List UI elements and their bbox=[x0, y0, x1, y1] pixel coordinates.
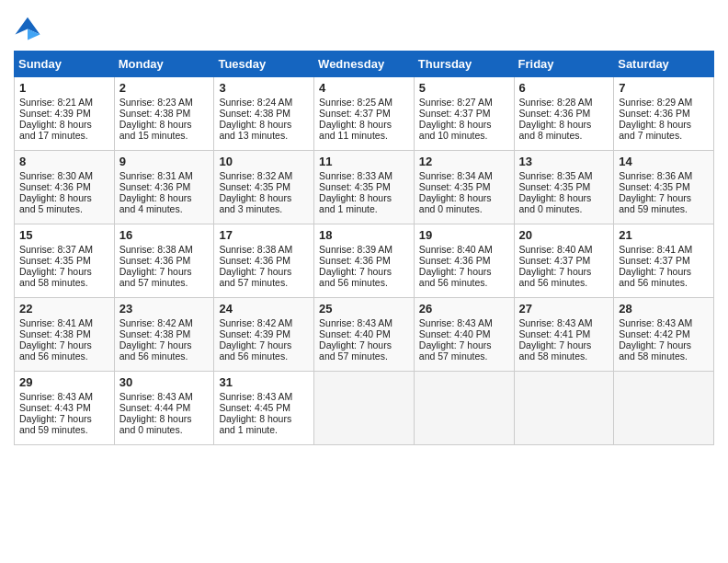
sunrise: Sunrise: 8:41 AM bbox=[619, 244, 692, 255]
sunset: Sunset: 4:39 PM bbox=[19, 108, 91, 119]
daylight: Daylight: 7 hours and 56 minutes. bbox=[19, 339, 92, 362]
daylight: Daylight: 7 hours and 57 minutes. bbox=[119, 266, 192, 288]
sunset: Sunset: 4:35 PM bbox=[519, 181, 591, 192]
sunset: Sunset: 4:40 PM bbox=[419, 328, 491, 339]
sunset: Sunset: 4:36 PM bbox=[419, 255, 491, 266]
weekday-header-row: SundayMondayTuesdayWednesdayThursdayFrid… bbox=[15, 52, 714, 77]
day-number: 15 bbox=[19, 228, 109, 242]
sunrise: Sunrise: 8:23 AM bbox=[119, 97, 193, 108]
sunset: Sunset: 4:44 PM bbox=[119, 402, 191, 413]
sunrise: Sunrise: 8:24 AM bbox=[219, 97, 292, 108]
calendar-cell: 5 Sunrise: 8:27 AM Sunset: 4:37 PM Dayli… bbox=[414, 77, 514, 151]
sunset: Sunset: 4:36 PM bbox=[319, 255, 391, 266]
calendar-week-row: 1 Sunrise: 8:21 AM Sunset: 4:39 PM Dayli… bbox=[15, 77, 714, 151]
daylight: Daylight: 7 hours and 57 minutes. bbox=[319, 339, 392, 362]
day-number: 19 bbox=[419, 228, 509, 242]
daylight: Daylight: 7 hours and 58 minutes. bbox=[619, 339, 691, 362]
sunrise: Sunrise: 8:43 AM bbox=[319, 317, 392, 328]
sunset: Sunset: 4:42 PM bbox=[619, 328, 690, 339]
sunset: Sunset: 4:38 PM bbox=[119, 108, 191, 119]
sunset: Sunset: 4:39 PM bbox=[219, 328, 290, 339]
sunrise: Sunrise: 8:32 AM bbox=[219, 170, 292, 181]
sunrise: Sunrise: 8:40 AM bbox=[519, 244, 593, 255]
daylight: Daylight: 8 hours and 13 minutes. bbox=[219, 119, 291, 141]
daylight: Daylight: 8 hours and 17 minutes. bbox=[19, 119, 92, 141]
sunset: Sunset: 4:35 PM bbox=[219, 181, 290, 192]
sunrise: Sunrise: 8:39 AM bbox=[319, 244, 392, 255]
daylight: Daylight: 7 hours and 57 minutes. bbox=[419, 339, 492, 362]
calendar-cell: 27 Sunrise: 8:43 AM Sunset: 4:41 PM Dayl… bbox=[514, 298, 614, 372]
daylight: Daylight: 8 hours and 1 minute. bbox=[219, 413, 291, 435]
daylight: Daylight: 7 hours and 56 minutes. bbox=[119, 339, 192, 362]
day-number: 22 bbox=[19, 302, 109, 316]
daylight: Daylight: 7 hours and 58 minutes. bbox=[19, 266, 92, 288]
calendar-cell: 11 Sunrise: 8:33 AM Sunset: 4:35 PM Dayl… bbox=[314, 151, 415, 224]
daylight: Daylight: 8 hours and 0 minutes. bbox=[519, 192, 592, 214]
sunset: Sunset: 4:38 PM bbox=[119, 328, 191, 339]
sunset: Sunset: 4:36 PM bbox=[119, 255, 191, 266]
day-number: 30 bbox=[119, 375, 210, 389]
daylight: Daylight: 8 hours and 7 minutes. bbox=[619, 119, 691, 141]
sunset: Sunset: 4:41 PM bbox=[519, 328, 591, 339]
day-number: 20 bbox=[519, 228, 609, 242]
calendar-cell: 24 Sunrise: 8:42 AM Sunset: 4:39 PM Dayl… bbox=[214, 298, 314, 372]
daylight: Daylight: 8 hours and 10 minutes. bbox=[419, 119, 492, 141]
sunset: Sunset: 4:35 PM bbox=[619, 181, 690, 192]
sunset: Sunset: 4:43 PM bbox=[19, 402, 91, 413]
daylight: Daylight: 7 hours and 56 minutes. bbox=[419, 266, 492, 288]
calendar-cell: 6 Sunrise: 8:28 AM Sunset: 4:36 PM Dayli… bbox=[514, 77, 614, 151]
calendar-cell: 1 Sunrise: 8:21 AM Sunset: 4:39 PM Dayli… bbox=[15, 77, 115, 151]
logo bbox=[14, 14, 43, 41]
calendar-cell: 17 Sunrise: 8:38 AM Sunset: 4:36 PM Dayl… bbox=[214, 224, 314, 298]
sunset: Sunset: 4:38 PM bbox=[219, 108, 290, 119]
calendar-cell: 9 Sunrise: 8:31 AM Sunset: 4:36 PM Dayli… bbox=[114, 151, 214, 224]
calendar-cell: 18 Sunrise: 8:39 AM Sunset: 4:36 PM Dayl… bbox=[314, 224, 415, 298]
daylight: Daylight: 7 hours and 58 minutes. bbox=[519, 339, 592, 362]
calendar-cell bbox=[614, 372, 714, 445]
calendar-cell bbox=[514, 372, 614, 445]
sunrise: Sunrise: 8:35 AM bbox=[519, 170, 593, 181]
weekday-header: Sunday bbox=[15, 52, 115, 77]
calendar-cell: 31 Sunrise: 8:43 AM Sunset: 4:45 PM Dayl… bbox=[214, 372, 314, 445]
calendar-cell: 16 Sunrise: 8:38 AM Sunset: 4:36 PM Dayl… bbox=[114, 224, 214, 298]
sunset: Sunset: 4:36 PM bbox=[119, 181, 191, 192]
weekday-header: Monday bbox=[114, 52, 214, 77]
daylight: Daylight: 7 hours and 56 minutes. bbox=[619, 266, 691, 288]
day-number: 1 bbox=[19, 81, 109, 95]
daylight: Daylight: 8 hours and 1 minute. bbox=[319, 192, 392, 214]
sunrise: Sunrise: 8:21 AM bbox=[19, 97, 93, 108]
day-number: 21 bbox=[619, 228, 709, 242]
day-number: 7 bbox=[619, 81, 709, 95]
day-number: 17 bbox=[219, 228, 309, 242]
sunset: Sunset: 4:37 PM bbox=[419, 108, 491, 119]
daylight: Daylight: 8 hours and 15 minutes. bbox=[119, 119, 192, 141]
daylight: Daylight: 7 hours and 56 minutes. bbox=[219, 339, 291, 362]
sunrise: Sunrise: 8:42 AM bbox=[219, 317, 292, 328]
sunrise: Sunrise: 8:43 AM bbox=[19, 391, 93, 402]
daylight: Daylight: 7 hours and 59 minutes. bbox=[619, 192, 691, 214]
calendar-week-row: 8 Sunrise: 8:30 AM Sunset: 4:36 PM Dayli… bbox=[15, 151, 714, 224]
sunrise: Sunrise: 8:25 AM bbox=[319, 97, 392, 108]
sunset: Sunset: 4:36 PM bbox=[219, 255, 290, 266]
day-number: 6 bbox=[519, 81, 609, 95]
daylight: Daylight: 8 hours and 5 minutes. bbox=[19, 192, 92, 214]
day-number: 3 bbox=[219, 81, 309, 95]
day-number: 9 bbox=[119, 155, 210, 168]
calendar-cell: 3 Sunrise: 8:24 AM Sunset: 4:38 PM Dayli… bbox=[214, 77, 314, 151]
calendar-cell: 19 Sunrise: 8:40 AM Sunset: 4:36 PM Dayl… bbox=[414, 224, 514, 298]
page-header bbox=[14, 14, 714, 41]
sunrise: Sunrise: 8:36 AM bbox=[619, 170, 692, 181]
day-number: 31 bbox=[219, 375, 309, 389]
sunrise: Sunrise: 8:42 AM bbox=[119, 317, 193, 328]
day-number: 25 bbox=[319, 302, 409, 316]
day-number: 13 bbox=[519, 155, 609, 168]
sunset: Sunset: 4:37 PM bbox=[319, 108, 391, 119]
daylight: Daylight: 8 hours and 8 minutes. bbox=[519, 119, 592, 141]
calendar-cell: 22 Sunrise: 8:41 AM Sunset: 4:38 PM Dayl… bbox=[15, 298, 115, 372]
calendar-cell: 30 Sunrise: 8:43 AM Sunset: 4:44 PM Dayl… bbox=[114, 372, 214, 445]
sunset: Sunset: 4:40 PM bbox=[319, 328, 391, 339]
weekday-header: Tuesday bbox=[214, 52, 314, 77]
daylight: Daylight: 8 hours and 4 minutes. bbox=[119, 192, 192, 214]
calendar-cell: 7 Sunrise: 8:29 AM Sunset: 4:36 PM Dayli… bbox=[614, 77, 714, 151]
weekday-header: Friday bbox=[514, 52, 614, 77]
